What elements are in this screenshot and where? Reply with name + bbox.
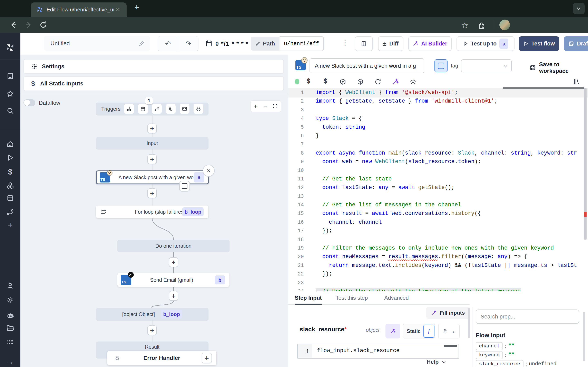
schedule-trigger-icon[interactable] [138, 104, 148, 114]
code-line[interactable]: 14 // Get the list of messages in the ch… [288, 201, 588, 209]
code-line[interactable]: 5 token: string [288, 123, 588, 132]
props-scrollbar[interactable] [583, 312, 585, 361]
mini-scrollbar[interactable] [444, 345, 457, 347]
code-editor[interactable]: 1import { WebClient } from '@slack/web-a… [288, 88, 588, 291]
all-static-inputs-row[interactable]: $ All Static Inputs [24, 76, 284, 91]
fill-inputs-button[interactable]: Fill inputs [426, 307, 470, 319]
horizontal-scrollbar[interactable] [503, 87, 584, 89]
runs-play-icon[interactable] [7, 154, 14, 161]
code-line[interactable]: 8export async function main(slack_resour… [288, 149, 588, 157]
tab-advanced[interactable]: Advanced [384, 295, 409, 301]
slack-step-node-selected[interactable]: TS A new Slack post with a given wor... … [96, 170, 209, 184]
reload-icon[interactable] [38, 19, 49, 31]
favorites-star-icon[interactable] [6, 90, 14, 98]
prop-row-keyword[interactable]: keyword : "" [476, 351, 515, 359]
prop-name[interactable]: keyword [476, 351, 503, 359]
input-expression-editor[interactable]: 1 flow_input.slack_resource [297, 344, 459, 359]
workers-robot-icon[interactable] [6, 311, 14, 319]
diff-button[interactable]: ± Diff [378, 36, 403, 51]
workspace-building-icon[interactable] [7, 72, 14, 80]
forloop-step-node[interactable]: For loop (skip failures) b_loop [96, 206, 208, 218]
insert-step-button[interactable]: + [147, 325, 157, 335]
tab-search-chevron-icon[interactable] [573, 3, 585, 14]
code-line[interactable]: 23 [288, 278, 588, 287]
browser-tab[interactable]: Edit Flow u/henri/effective_un × [31, 2, 127, 17]
code-line[interactable]: 18 [288, 235, 588, 244]
zoom-out-icon[interactable]: − [263, 103, 267, 110]
route-trigger-icon[interactable] [152, 104, 162, 114]
flow-settings-row[interactable]: Settings [24, 59, 284, 74]
insert-step-button[interactable]: + [147, 188, 157, 198]
step-name-input[interactable] [310, 58, 424, 73]
variables-dollar-icon[interactable]: $ [324, 77, 327, 85]
insert-step-button[interactable]: + [169, 257, 178, 267]
collapse-arrow-icon[interactable]: → [6, 357, 14, 366]
code-line[interactable]: 13 [288, 192, 588, 201]
package-icon[interactable] [339, 78, 346, 85]
package-icon[interactable] [357, 78, 364, 85]
redo-button[interactable]: ↷ [179, 36, 198, 51]
code-line[interactable]: 12 const lastState: any = await getState… [288, 183, 588, 192]
add-plus-icon[interactable]: + [8, 220, 13, 230]
forward-icon[interactable] [23, 19, 34, 31]
webhook-trigger-icon[interactable] [124, 104, 134, 114]
tab-step-input[interactable]: Step Input [295, 295, 322, 301]
reload-icon[interactable] [374, 78, 381, 85]
new-tab-button[interactable]: + [134, 3, 139, 12]
code-line[interactable]: 2import { getState, setState } from 'win… [288, 97, 588, 105]
undo-button[interactable]: ↶ [158, 36, 178, 51]
back-icon[interactable] [8, 19, 19, 31]
code-line[interactable]: 6} [288, 132, 588, 140]
code-line[interactable]: 1import { WebClient } from '@slack/web-a… [288, 88, 588, 97]
more-options-kebab-icon[interactable]: ⋮ [341, 38, 349, 47]
code-line[interactable]: 4type Slack = { [288, 114, 588, 123]
fit-view-icon[interactable] [273, 104, 278, 109]
logs-list-icon[interactable] [6, 338, 14, 346]
test-flow-button[interactable]: Test flow [519, 36, 559, 51]
code-line[interactable]: 3 [288, 106, 588, 114]
insert-step-button[interactable]: + [169, 291, 178, 301]
zoom-in-icon[interactable]: + [254, 103, 258, 110]
resources-cubes-icon[interactable] [6, 182, 14, 189]
triggers-node[interactable]: Triggers 1 [96, 103, 208, 115]
code-line[interactable]: 9 const web = new WebClient(slack_resour… [288, 157, 588, 166]
windmill-logo-icon[interactable] [6, 43, 15, 52]
extensions-icon[interactable] [478, 21, 486, 29]
poll-trigger-icon[interactable] [194, 104, 203, 114]
add-error-handler-button[interactable]: + [202, 353, 212, 363]
code-line[interactable]: 16 channel: channel [288, 218, 588, 226]
flow-name-field[interactable]: Untitled [44, 36, 150, 51]
ai-builder-button[interactable]: AI Builder [408, 36, 452, 51]
user-icon[interactable] [6, 282, 14, 290]
schedule-calendar-icon[interactable] [205, 40, 213, 47]
code-line[interactable]: 21 return message.text.includes(keyword)… [288, 261, 588, 270]
panel-scrollbar[interactable] [468, 308, 470, 338]
test-up-to-button[interactable]: Test up to a [457, 36, 515, 51]
delete-step-button[interactable]: × [203, 165, 215, 176]
variables-dollar-icon[interactable]: $ [8, 167, 12, 176]
collect-result-node[interactable]: [object Object] b_loop [96, 308, 208, 320]
code-line[interactable]: 7 [288, 140, 588, 149]
search-prop-input[interactable] [476, 309, 579, 324]
tab-test-this-step[interactable]: Test this step [336, 295, 368, 301]
search-icon[interactable] [6, 107, 14, 115]
home-icon[interactable] [6, 140, 14, 148]
draft-button[interactable]: Draft [564, 36, 588, 51]
path-value[interactable]: u/henri/eff [279, 36, 324, 51]
javascript-expression-icon[interactable]: ƒ [424, 325, 434, 338]
tag-select[interactable] [461, 59, 512, 72]
dataflow-toggle[interactable] [24, 99, 35, 106]
send-email-step-node[interactable]: TS Send Email (gmail) b [117, 273, 229, 287]
code-line[interactable]: 22 }); [288, 270, 588, 278]
websocket-trigger-icon[interactable] [166, 104, 176, 114]
insert-step-button[interactable]: + [147, 124, 157, 133]
code-line[interactable]: 15 const result = await web.conversation… [288, 209, 588, 218]
avatar[interactable] [499, 20, 510, 30]
docs-book-button[interactable] [355, 36, 373, 51]
test-up-to-here-button[interactable] [179, 181, 190, 192]
code-line[interactable]: 10 [288, 166, 588, 175]
code-line[interactable]: 17 }); [288, 226, 588, 235]
save-to-workspace-button[interactable]: Save to workspace [530, 61, 588, 74]
code-line[interactable]: 20 const newMessages = result.messages.f… [288, 252, 588, 261]
code-line[interactable]: 24 // Update the state with the timestam… [288, 287, 588, 291]
